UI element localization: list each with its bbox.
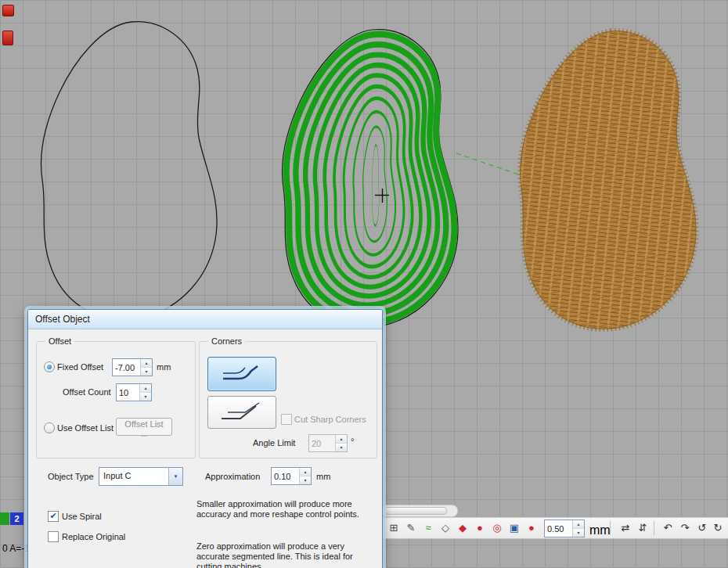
- mirror-vertical-icon[interactable]: ⇵: [635, 518, 651, 538]
- spin-up-icon: ▴: [144, 386, 146, 390]
- spin-down-icon: ▾: [304, 478, 306, 483]
- bottom-toolbar: ⊞ ✎ ≈ ◇ ◆ ● ◎ ▣ ● ▴ ▾ mm ⇄ ⇵ ↶ ↷ ↺ ↻: [381, 517, 728, 539]
- rounded-corner-icon: [217, 363, 267, 385]
- rotate-ccw-icon[interactable]: ↶: [660, 518, 676, 538]
- cut-sharp-corners-label: Cut Sharp Corners: [294, 415, 366, 424]
- angle-limit-spinner: ▴ ▾: [308, 434, 348, 452]
- object-type-value: Input C: [99, 468, 168, 485]
- offset-list-button[interactable]: Offset List ...: [116, 418, 172, 436]
- offset-count-input[interactable]: [117, 384, 139, 401]
- spin-up-button[interactable]: ▴: [300, 468, 311, 476]
- toolbar-separator: [610, 521, 611, 535]
- entry-point-icon[interactable]: ●: [472, 518, 488, 538]
- h-scrollbar-thumb[interactable]: [384, 507, 447, 515]
- spin-up-button[interactable]: ▴: [336, 435, 347, 444]
- use-offset-list-radio[interactable]: [44, 422, 55, 433]
- offset-group-label: Offset: [45, 336, 74, 346]
- spin-up-icon: ▴: [577, 522, 579, 527]
- outline-shape[interactable]: [41, 22, 217, 320]
- select-box-icon[interactable]: ▣: [506, 518, 522, 538]
- spin-down-button[interactable]: ▾: [140, 393, 151, 401]
- use-spiral-label: Use Spiral: [62, 512, 102, 521]
- snap-grid-icon[interactable]: ⊞: [386, 518, 402, 538]
- angle-limit-label: Angle Limit: [253, 438, 295, 448]
- node-icon[interactable]: ◇: [438, 518, 453, 538]
- h-scrollbar[interactable]: [381, 505, 458, 517]
- fixed-offset-spinner: ▴ ▾: [112, 358, 153, 376]
- fixed-offset-input[interactable]: [113, 359, 140, 376]
- sharp-corner-button[interactable]: [207, 396, 276, 429]
- reshape-icon[interactable]: ✎: [403, 518, 419, 538]
- offset-count-label: Offset Count: [63, 387, 111, 397]
- check-icon: ✔: [49, 512, 58, 520]
- offset-result-shape[interactable]: [282, 30, 458, 328]
- replace-original-checkbox[interactable]: [48, 531, 59, 542]
- mirror-horizontal-icon[interactable]: ⇄: [618, 518, 633, 538]
- spin-down-button[interactable]: ▾: [300, 476, 311, 484]
- marker-diamond-icon[interactable]: ◆: [455, 518, 470, 538]
- spin-up-button[interactable]: ▴: [573, 520, 584, 529]
- color-badge-current[interactable]: 2: [10, 512, 23, 525]
- fixed-offset-unit: mm: [157, 362, 171, 372]
- spin-down-icon: ▾: [144, 394, 146, 399]
- stitched-shape[interactable]: [520, 31, 696, 329]
- note-smaller-approximation: Smaller approximation will produce more …: [196, 499, 377, 519]
- approximation-input[interactable]: [272, 468, 299, 484]
- fixed-offset-label: Fixed Offset: [57, 362, 103, 372]
- spin-up-icon: ▴: [304, 469, 306, 474]
- approximation-spinner: ▴ ▾: [271, 467, 312, 485]
- approximation-unit: mm: [316, 472, 330, 481]
- offset-object-dialog: Offset Object Offset Fixed Offset ▴ ▾ mm…: [27, 309, 383, 568]
- application-canvas[interactable]: 2 0 A=-14 ⊞ ✎ ≈ ◇ ◆ ● ◎ ▣ ● ▴ ▾ mm ⇄ ⇵ ↶…: [0, 0, 728, 568]
- red-tool-icon-1[interactable]: [2, 5, 14, 16]
- spin-down-button[interactable]: ▾: [141, 368, 152, 376]
- rotate-left-icon[interactable]: ↺: [694, 518, 710, 538]
- stitch-length-input[interactable]: [545, 520, 572, 537]
- rotate-cw-icon[interactable]: ↷: [677, 518, 693, 538]
- spin-down-icon: ▾: [577, 530, 579, 535]
- dialog-title[interactable]: Offset Object: [28, 310, 382, 329]
- approximation-label: Approximation: [205, 472, 260, 481]
- angle-limit-unit: °: [351, 437, 354, 446]
- cut-sharp-corners-checkbox[interactable]: [281, 414, 292, 425]
- spin-down-button[interactable]: ▾: [336, 444, 347, 451]
- smooth-curve-icon[interactable]: ≈: [420, 518, 436, 538]
- rotate-right-icon[interactable]: ↻: [710, 518, 726, 538]
- angle-limit-input[interactable]: [309, 435, 335, 451]
- rounded-corner-button[interactable]: [207, 357, 276, 391]
- stitch-length-spinner: ▴ ▾: [544, 519, 585, 537]
- sharp-corner-icon: [217, 401, 267, 423]
- note-zero-approximation: Zero approximation will produce a very a…: [196, 541, 377, 568]
- function-icon[interactable]: ◎: [489, 518, 505, 538]
- spin-up-button[interactable]: ▴: [141, 359, 152, 368]
- replace-original-label: Replace Original: [62, 532, 125, 541]
- spin-up-icon: ▴: [145, 361, 147, 365]
- red-tool-icon-2[interactable]: [2, 31, 13, 45]
- use-offset-list-label: Use Offset List: [57, 423, 114, 433]
- toolbar-separator: [654, 521, 654, 535]
- use-spiral-checkbox[interactable]: ✔: [48, 511, 59, 522]
- fixed-offset-radio[interactable]: [44, 361, 55, 372]
- exit-point-icon[interactable]: ●: [524, 518, 539, 538]
- object-type-label: Object Type: [48, 472, 94, 481]
- spin-up-button[interactable]: ▴: [140, 384, 151, 393]
- spin-down-icon: ▾: [340, 445, 342, 450]
- spin-down-icon: ▾: [145, 369, 147, 374]
- color-badge-green[interactable]: [0, 512, 9, 525]
- spin-down-button[interactable]: ▾: [573, 529, 584, 537]
- spin-up-icon: ▴: [340, 437, 342, 441]
- corners-group-label: Corners: [208, 336, 245, 346]
- offset-count-spinner: ▴ ▾: [116, 383, 152, 401]
- object-type-dropdown[interactable]: Input C ▾: [99, 467, 183, 486]
- dropdown-arrow-icon[interactable]: ▾: [168, 468, 182, 485]
- stitch-length-unit: mm: [589, 523, 611, 537]
